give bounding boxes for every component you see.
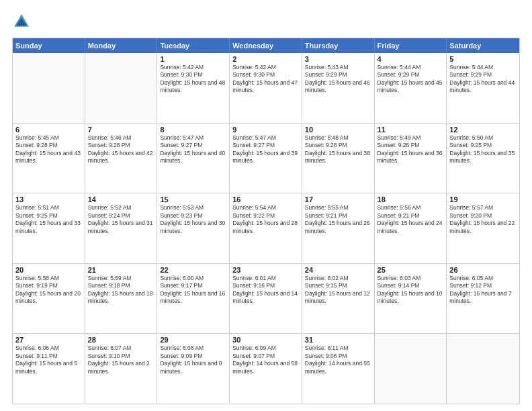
calendar-header: SundayMondayTuesdayWednesdayThursdayFrid… (13, 38, 519, 53)
cell-day-number: 11 (378, 126, 444, 134)
calendar-cell: 2Sunrise: 5:42 AM Sunset: 9:30 PM Daylig… (230, 53, 302, 123)
calendar-cell: 19Sunrise: 5:57 AM Sunset: 9:20 PM Dayli… (447, 193, 519, 263)
calendar-row: 1Sunrise: 5:42 AM Sunset: 9:30 PM Daylig… (13, 53, 519, 123)
calendar-cell: 29Sunrise: 6:08 AM Sunset: 9:09 PM Dayli… (157, 334, 230, 404)
cell-day-number: 19 (449, 195, 517, 203)
calendar-cell: 31Sunrise: 6:11 AM Sunset: 9:06 PM Dayli… (302, 334, 375, 404)
logo (12, 12, 34, 31)
cell-sun-info: Sunrise: 5:57 AM Sunset: 9:20 PM Dayligh… (449, 204, 517, 235)
page: SundayMondayTuesdayWednesdayThursdayFrid… (0, 0, 532, 411)
calendar-cell: 8Sunrise: 5:47 AM Sunset: 9:27 PM Daylig… (157, 124, 230, 193)
cell-sun-info: Sunrise: 5:45 AM Sunset: 9:28 PM Dayligh… (15, 134, 82, 165)
calendar-cell: 27Sunrise: 6:06 AM Sunset: 9:11 PM Dayli… (13, 334, 85, 404)
cell-sun-info: Sunrise: 6:08 AM Sunset: 9:09 PM Dayligh… (160, 345, 226, 375)
calendar-cell (447, 334, 519, 404)
calendar-cell: 30Sunrise: 6:09 AM Sunset: 9:07 PM Dayli… (230, 334, 302, 404)
header (12, 12, 520, 31)
cell-sun-info: Sunrise: 5:47 AM Sunset: 9:27 PM Dayligh… (160, 134, 226, 165)
calendar-cell: 7Sunrise: 5:46 AM Sunset: 9:28 PM Daylig… (85, 124, 158, 193)
calendar-cell: 22Sunrise: 6:00 AM Sunset: 9:17 PM Dayli… (157, 264, 230, 334)
calendar-cell: 25Sunrise: 6:03 AM Sunset: 9:14 PM Dayli… (375, 264, 447, 334)
cell-sun-info: Sunrise: 5:55 AM Sunset: 9:21 PM Dayligh… (305, 204, 371, 235)
calendar-cell: 3Sunrise: 5:43 AM Sunset: 9:29 PM Daylig… (302, 53, 375, 123)
calendar: SundayMondayTuesdayWednesdayThursdayFrid… (12, 38, 520, 404)
cell-day-number: 24 (305, 266, 371, 274)
cell-sun-info: Sunrise: 5:44 AM Sunset: 9:29 PM Dayligh… (449, 64, 517, 95)
calendar-cell: 16Sunrise: 5:54 AM Sunset: 9:22 PM Dayli… (230, 193, 302, 263)
cell-day-number: 4 (378, 55, 444, 63)
cell-day-number: 7 (88, 126, 154, 134)
calendar-cell: 1Sunrise: 5:42 AM Sunset: 9:30 PM Daylig… (157, 53, 230, 123)
calendar-cell (85, 53, 158, 123)
cell-day-number: 23 (232, 266, 299, 274)
calendar-cell: 13Sunrise: 5:51 AM Sunset: 9:25 PM Dayli… (13, 193, 85, 263)
calendar-cell: 12Sunrise: 5:50 AM Sunset: 9:25 PM Dayli… (447, 124, 519, 193)
cell-sun-info: Sunrise: 5:46 AM Sunset: 9:28 PM Dayligh… (88, 134, 154, 165)
cell-sun-info: Sunrise: 5:52 AM Sunset: 9:24 PM Dayligh… (88, 204, 154, 235)
cell-sun-info: Sunrise: 6:05 AM Sunset: 9:12 PM Dayligh… (449, 275, 517, 306)
calendar-cell: 9Sunrise: 5:47 AM Sunset: 9:27 PM Daylig… (230, 124, 302, 193)
calendar-cell: 6Sunrise: 5:45 AM Sunset: 9:28 PM Daylig… (13, 124, 85, 193)
cell-sun-info: Sunrise: 5:51 AM Sunset: 9:25 PM Dayligh… (15, 204, 82, 235)
weekday-header: Thursday (302, 38, 375, 53)
cell-day-number: 15 (160, 195, 226, 203)
calendar-cell: 28Sunrise: 6:07 AM Sunset: 9:10 PM Dayli… (85, 334, 158, 404)
cell-day-number: 3 (305, 55, 371, 63)
cell-sun-info: Sunrise: 5:42 AM Sunset: 9:30 PM Dayligh… (160, 64, 226, 95)
cell-day-number: 21 (88, 266, 154, 274)
cell-day-number: 28 (88, 336, 154, 344)
calendar-cell: 21Sunrise: 5:59 AM Sunset: 9:18 PM Dayli… (85, 264, 158, 334)
cell-sun-info: Sunrise: 5:56 AM Sunset: 9:21 PM Dayligh… (378, 204, 444, 235)
cell-sun-info: Sunrise: 5:59 AM Sunset: 9:18 PM Dayligh… (88, 275, 154, 306)
cell-sun-info: Sunrise: 5:42 AM Sunset: 9:30 PM Dayligh… (232, 64, 299, 95)
calendar-body: 1Sunrise: 5:42 AM Sunset: 9:30 PM Daylig… (13, 53, 519, 404)
calendar-row: 6Sunrise: 5:45 AM Sunset: 9:28 PM Daylig… (13, 123, 519, 193)
weekday-header: Friday (375, 38, 447, 53)
cell-sun-info: Sunrise: 6:11 AM Sunset: 9:06 PM Dayligh… (305, 345, 371, 375)
cell-sun-info: Sunrise: 6:07 AM Sunset: 9:10 PM Dayligh… (88, 345, 154, 375)
cell-day-number: 9 (232, 126, 299, 134)
calendar-cell: 4Sunrise: 5:44 AM Sunset: 9:29 PM Daylig… (375, 53, 447, 123)
cell-sun-info: Sunrise: 5:58 AM Sunset: 9:19 PM Dayligh… (15, 275, 82, 306)
calendar-row: 20Sunrise: 5:58 AM Sunset: 9:19 PM Dayli… (13, 263, 519, 334)
cell-day-number: 17 (305, 195, 371, 203)
cell-day-number: 29 (160, 336, 226, 344)
cell-sun-info: Sunrise: 6:06 AM Sunset: 9:11 PM Dayligh… (15, 345, 82, 375)
weekday-header: Sunday (13, 38, 85, 53)
weekday-header: Tuesday (157, 38, 230, 53)
calendar-cell: 5Sunrise: 5:44 AM Sunset: 9:29 PM Daylig… (447, 53, 519, 123)
cell-sun-info: Sunrise: 6:09 AM Sunset: 9:07 PM Dayligh… (232, 345, 299, 375)
cell-sun-info: Sunrise: 5:53 AM Sunset: 9:23 PM Dayligh… (160, 204, 226, 235)
calendar-cell: 24Sunrise: 6:02 AM Sunset: 9:15 PM Dayli… (302, 264, 375, 334)
cell-day-number: 26 (449, 266, 517, 274)
calendar-cell: 14Sunrise: 5:52 AM Sunset: 9:24 PM Dayli… (85, 193, 158, 263)
cell-day-number: 16 (232, 195, 299, 203)
cell-day-number: 10 (305, 126, 371, 134)
cell-day-number: 8 (160, 126, 226, 134)
weekday-header: Monday (85, 38, 158, 53)
cell-day-number: 18 (378, 195, 444, 203)
calendar-cell: 26Sunrise: 6:05 AM Sunset: 9:12 PM Dayli… (447, 264, 519, 334)
calendar-cell: 18Sunrise: 5:56 AM Sunset: 9:21 PM Dayli… (375, 193, 447, 263)
calendar-cell: 17Sunrise: 5:55 AM Sunset: 9:21 PM Dayli… (302, 193, 375, 263)
calendar-cell: 23Sunrise: 6:01 AM Sunset: 9:16 PM Dayli… (230, 264, 302, 334)
calendar-cell: 20Sunrise: 5:58 AM Sunset: 9:19 PM Dayli… (13, 264, 85, 334)
weekday-header: Saturday (447, 38, 519, 53)
cell-day-number: 13 (15, 195, 82, 203)
cell-day-number: 1 (160, 55, 226, 63)
cell-day-number: 14 (88, 195, 154, 203)
cell-day-number: 30 (232, 336, 299, 344)
cell-day-number: 31 (305, 336, 371, 344)
calendar-cell (375, 334, 447, 404)
cell-day-number: 6 (15, 126, 82, 134)
logo-icon (12, 12, 31, 31)
cell-day-number: 20 (15, 266, 82, 274)
cell-sun-info: Sunrise: 5:48 AM Sunset: 9:26 PM Dayligh… (305, 134, 371, 165)
calendar-cell: 15Sunrise: 5:53 AM Sunset: 9:23 PM Dayli… (157, 193, 230, 263)
cell-sun-info: Sunrise: 5:49 AM Sunset: 9:26 PM Dayligh… (378, 134, 444, 165)
cell-day-number: 25 (378, 266, 444, 274)
cell-sun-info: Sunrise: 5:54 AM Sunset: 9:22 PM Dayligh… (232, 204, 299, 235)
calendar-cell: 11Sunrise: 5:49 AM Sunset: 9:26 PM Dayli… (375, 124, 447, 193)
calendar-cell: 10Sunrise: 5:48 AM Sunset: 9:26 PM Dayli… (302, 124, 375, 193)
cell-sun-info: Sunrise: 6:00 AM Sunset: 9:17 PM Dayligh… (160, 275, 226, 306)
